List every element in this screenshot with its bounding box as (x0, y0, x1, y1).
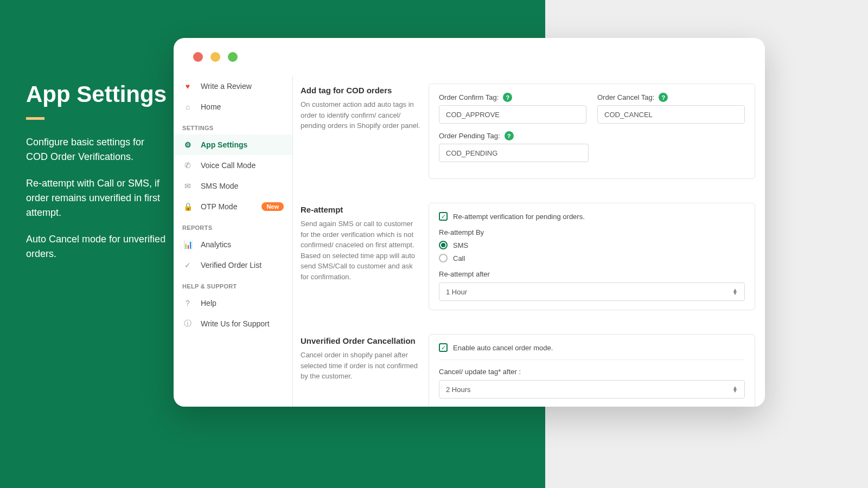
promo-panel: App Settings Configure basic settings fo… (26, 81, 167, 273)
checkbox-label: Enable auto cancel order mode. (453, 344, 553, 352)
sidebar-heading-reports: REPORTS (174, 217, 292, 234)
window-body: ♥ Write a Review ⌂ Home SETTINGS ⚙ App S… (174, 76, 765, 407)
chart-icon: 📊 (182, 239, 193, 250)
window-titlebar (174, 38, 765, 76)
field-label: Re-attempt By (439, 228, 745, 236)
section-title: Unverified Order Cancellation (301, 336, 421, 345)
check-icon: ✓ (182, 260, 193, 271)
info-icon: ⓘ (182, 318, 193, 329)
order-pending-tag-input[interactable] (439, 144, 589, 162)
gear-icon: ⚙ (182, 139, 193, 150)
sidebar-label: Write Us for Support (201, 319, 270, 328)
radio-label: SMS (453, 241, 468, 249)
home-icon: ⌂ (182, 101, 193, 112)
sidebar-label: App Settings (201, 140, 247, 149)
card: ✓ Re-attempt verification for pending or… (429, 203, 755, 310)
section-reattempt: Re-attempt Send again SMS or call to cus… (293, 195, 765, 318)
sms-icon: ✉ (182, 181, 193, 191)
sidebar-item-voice[interactable]: ✆ Voice Call Mode (174, 155, 292, 176)
sidebar-item-otp[interactable]: 🔒 OTP Mode New (174, 196, 292, 217)
radio-label: Call (453, 254, 465, 262)
sidebar-item-review[interactable]: ♥ Write a Review (174, 76, 292, 97)
sidebar-item-support[interactable]: ⓘ Write Us for Support (174, 313, 292, 334)
sidebar-label: OTP Mode (201, 202, 237, 211)
sidebar-label: Home (201, 102, 221, 111)
section-form: ✓ Re-attempt verification for pending or… (429, 195, 765, 318)
heart-icon: ♥ (182, 81, 193, 92)
sidebar-label: Verified Order List (201, 261, 261, 269)
section-desc-text: Send again SMS or call to customer for t… (301, 219, 421, 282)
field-label: Shopify order action on cancel the order… (439, 406, 745, 407)
app-window: ♥ Write a Review ⌂ Home SETTINGS ⚙ App S… (174, 38, 765, 407)
section-desc-text: On customer action add auto tags in orde… (301, 99, 421, 131)
sidebar-item-verified[interactable]: ✓ Verified Order List (174, 255, 292, 275)
section-description: Add tag for COD orders On customer actio… (293, 76, 429, 187)
section-form: Order Confirm Tag: ? Order Cancel Tag: ? (429, 76, 765, 187)
section-title: Add tag for COD orders (301, 86, 421, 95)
select-arrows-icon: ▲▼ (732, 288, 738, 295)
sidebar-label: Help (201, 299, 216, 307)
radio-call[interactable]: Call (439, 254, 745, 262)
cancel-after-select[interactable]: 2 Hours ▲▼ (439, 380, 745, 399)
sidebar-item-analytics[interactable]: 📊 Analytics (174, 234, 292, 255)
lock-icon: 🔒 (182, 201, 193, 212)
reattempt-after-select[interactable]: 1 Hour ▲▼ (439, 282, 745, 301)
section-tags: Add tag for COD orders On customer actio… (293, 76, 765, 187)
separator (439, 359, 745, 360)
sidebar-label: Analytics (201, 240, 231, 249)
accent-bar (26, 117, 44, 120)
radio-icon (439, 254, 448, 262)
section-desc-text: Cancel order in shopify panel after sele… (301, 350, 421, 382)
new-badge: New (261, 202, 284, 211)
checkbox-label: Re-attempt verification for pending orde… (453, 213, 585, 221)
phone-icon: ✆ (182, 160, 193, 171)
autocancel-checkbox-row[interactable]: ✓ Enable auto cancel order mode. (439, 343, 745, 352)
promo-text-1: Configure basic settings for COD Order V… (26, 135, 167, 164)
checkbox-icon: ✓ (439, 212, 448, 221)
section-description: Re-attempt Send again SMS or call to cus… (293, 195, 429, 318)
promo-text-3: Auto Cancel mode for unverified orders. (26, 232, 167, 261)
sidebar: ♥ Write a Review ⌂ Home SETTINGS ⚙ App S… (174, 76, 293, 407)
field-label: Order Confirm Tag: (439, 93, 499, 101)
sidebar-item-sms[interactable]: ✉ SMS Mode (174, 176, 292, 196)
sidebar-heading-settings: SETTINGS (174, 117, 292, 134)
section-cancel: Unverified Order Cancellation Cancel ord… (293, 326, 765, 407)
sidebar-label: Write a Review (201, 82, 252, 91)
help-icon[interactable]: ? (503, 93, 512, 102)
card: ✓ Enable auto cancel order mode. Cancel/… (429, 334, 755, 407)
minimize-dot[interactable] (210, 52, 220, 62)
section-title: Re-attempt (301, 205, 421, 214)
field-label: Re-attempt after (439, 270, 745, 278)
help-icon[interactable]: ? (659, 93, 668, 102)
field-label: Order Cancel Tag: (597, 93, 654, 101)
promo-text-2: Re-attempt with Call or SMS, if order re… (26, 176, 167, 220)
sidebar-label: SMS Mode (201, 182, 238, 190)
order-confirm-tag-input[interactable] (439, 105, 586, 124)
select-arrows-icon: ▲▼ (732, 386, 738, 393)
sidebar-item-app-settings[interactable]: ⚙ App Settings (174, 134, 292, 155)
order-cancel-tag-input[interactable] (597, 105, 745, 124)
promo-title: App Settings (26, 81, 167, 107)
question-icon: ? (182, 298, 193, 309)
field-label: Order Pending Tag: (439, 132, 500, 140)
checkbox-icon: ✓ (439, 343, 448, 352)
maximize-dot[interactable] (228, 52, 238, 62)
section-form: ✓ Enable auto cancel order mode. Cancel/… (429, 326, 765, 407)
section-description: Unverified Order Cancellation Cancel ord… (293, 326, 429, 407)
sidebar-item-home[interactable]: ⌂ Home (174, 97, 292, 117)
card: Order Confirm Tag: ? Order Cancel Tag: ? (429, 84, 755, 179)
field-label: Cancel/ update tag* after : (439, 368, 745, 376)
content-area: Add tag for COD orders On customer actio… (293, 76, 765, 407)
close-dot[interactable] (193, 52, 203, 62)
sidebar-heading-help: HELP & SUPPORT (174, 275, 292, 293)
help-icon[interactable]: ? (505, 131, 514, 140)
select-value: 2 Hours (446, 386, 471, 394)
reattempt-checkbox-row[interactable]: ✓ Re-attempt verification for pending or… (439, 212, 745, 221)
radio-sms[interactable]: SMS (439, 241, 745, 249)
radio-icon (439, 241, 448, 249)
select-value: 1 Hour (446, 288, 467, 296)
sidebar-item-help[interactable]: ? Help (174, 293, 292, 313)
sidebar-label: Voice Call Mode (201, 161, 256, 170)
